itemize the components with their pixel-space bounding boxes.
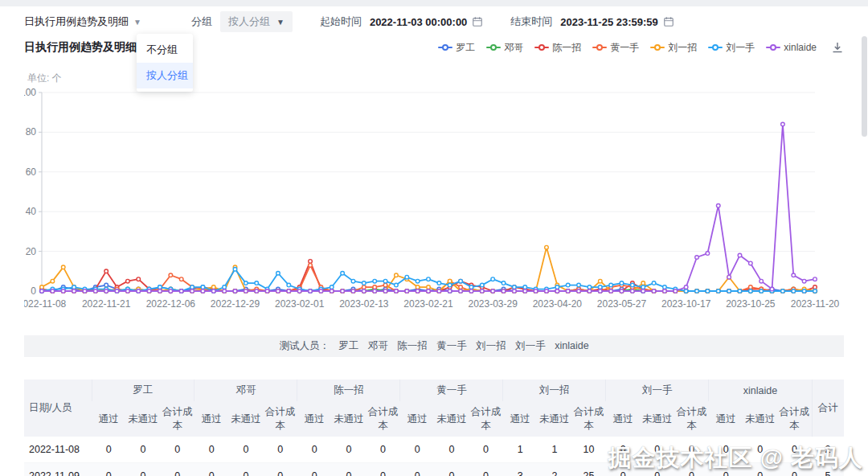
group-select-dropdown: 不分组 按人分组 (137, 34, 193, 92)
cell-value: 0 (674, 463, 709, 476)
trend-chart[interactable]: 0204060801002022-11-082022-11-212022-12-… (24, 82, 844, 317)
svg-text:2023-10-25: 2023-10-25 (726, 298, 776, 310)
svg-text:2023-05-27: 2023-05-27 (597, 298, 647, 310)
cell-value: 0 (743, 437, 777, 463)
detail-table-wrap: 日期/人员罗工邓哥陈一招黄一手刘一招刘一手xinlaide合计通过未通过合计成本… (24, 380, 844, 476)
legend-item-6[interactable]: 刘一手 (708, 41, 755, 55)
report-type-select[interactable]: 日执行用例趋势及明细 ▼ (24, 14, 141, 29)
col-header-person: xinlaide (709, 380, 812, 401)
tester-summary-label: 测试人员： (279, 339, 330, 353)
cell-value: 0 (160, 437, 194, 463)
legend-label: 刘一手 (726, 41, 755, 55)
cell-value: 0 (126, 463, 161, 476)
cell-value: 0 (92, 437, 126, 463)
cell-value: 0 (777, 437, 812, 463)
top-strip (0, 0, 868, 6)
legend-marker-icon (438, 44, 452, 51)
table-row: 2022-11-0900000000000032250000005 (24, 463, 844, 476)
detail-table-body: 2022-11-08000000000000111000000022022-11… (24, 437, 844, 476)
col-subheader: 未通过 (538, 401, 572, 437)
svg-text:80: 80 (26, 126, 37, 137)
cell-value: 0 (194, 463, 229, 476)
legend-item-1[interactable]: 罗工 (438, 41, 475, 55)
calendar-icon[interactable] (472, 16, 483, 27)
svg-text:2023-02-01: 2023-02-01 (275, 298, 325, 310)
group-select-value: 按人分组 (228, 14, 270, 29)
cell-total: 2 (812, 437, 844, 463)
col-subheader: 合计成本 (160, 401, 194, 437)
svg-text:2022-11-21: 2022-11-21 (82, 298, 131, 310)
col-header-total: 合计 (812, 380, 844, 437)
legend-label: 邓哥 (504, 41, 523, 55)
cell-value: 0 (469, 463, 503, 476)
cell-value: 0 (435, 463, 469, 476)
cell-value: 10 (571, 437, 606, 463)
legend-item-2[interactable]: 邓哥 (486, 41, 523, 55)
menu-item-no-group[interactable]: 不分组 (137, 37, 193, 63)
legend-marker-icon (534, 44, 549, 51)
end-time-label: 结束时间 (510, 14, 552, 29)
cell-value: 0 (263, 437, 297, 463)
cell-value: 0 (92, 463, 126, 476)
cell-value: 0 (709, 463, 743, 476)
cell-value: 0 (606, 437, 641, 463)
cell-value: 0 (606, 463, 641, 476)
calendar-icon[interactable] (663, 16, 674, 27)
svg-text:2023-11-20: 2023-11-20 (791, 298, 840, 310)
legend-marker-icon (766, 44, 780, 51)
menu-item-by-person[interactable]: 按人分组 (137, 63, 193, 88)
cell-value: 0 (469, 437, 503, 463)
cell-value: 0 (400, 463, 435, 476)
chart-title: 日执行用例趋势及明细 (24, 40, 137, 55)
legend-marker-icon (650, 44, 665, 51)
col-subheader: 合计成本 (366, 401, 400, 437)
legend-marker-icon (592, 44, 607, 51)
cell-value: 1 (503, 437, 538, 463)
svg-text:2023-03-29: 2023-03-29 (468, 298, 518, 310)
col-subheader: 未通过 (743, 401, 777, 437)
legend: 罗工邓哥陈一招黄一手刘一招刘一手xinlaide (438, 41, 817, 55)
controls-bar: 日执行用例趋势及明细 ▼ 分组 按人分组 ▼ 起始时间 2022-11-03 0… (24, 11, 674, 32)
legend-item-5[interactable]: 刘一招 (650, 41, 697, 55)
legend-item-7[interactable]: xinlaide (766, 42, 817, 53)
report-type-label: 日执行用例趋势及明细 (24, 14, 129, 29)
col-header-person: 黄一手 (400, 380, 503, 401)
download-icon[interactable] (831, 41, 844, 54)
cell-value: 0 (743, 463, 777, 476)
cell-value: 0 (641, 437, 675, 463)
cell-value: 0 (709, 437, 743, 463)
scrollbar-thumb[interactable] (862, 36, 867, 137)
cell-value: 0 (194, 437, 229, 463)
trend-chart-svg[interactable]: 0204060801002022-11-082022-11-212022-12-… (24, 82, 844, 317)
cell-value: 25 (571, 463, 606, 476)
cell-value: 0 (366, 463, 400, 476)
tester-summary-names: 罗工 邓哥 陈一招 黄一手 刘一招 刘一手 xinlaide (338, 339, 588, 353)
start-time-value[interactable]: 2022-11-03 00:00:00 (370, 16, 467, 28)
cell-value: 0 (674, 437, 709, 463)
cell-value: 0 (332, 437, 366, 463)
svg-text:40: 40 (26, 206, 37, 217)
col-header-person: 刘一招 (503, 380, 606, 401)
cell-value: 0 (229, 463, 264, 476)
legend-item-4[interactable]: 黄一手 (592, 41, 639, 55)
cell-value: 0 (366, 437, 400, 463)
col-header-date: 日期/人员 (24, 380, 92, 437)
col-subheader: 通过 (709, 401, 743, 437)
legend-item-3[interactable]: 陈一招 (534, 41, 581, 55)
group-select[interactable]: 按人分组 ▼ (220, 11, 293, 32)
detail-table-head: 日期/人员罗工邓哥陈一招黄一手刘一招刘一手xinlaide合计通过未通过合计成本… (24, 380, 844, 437)
col-subheader: 未通过 (332, 401, 366, 437)
legend-label: 罗工 (456, 41, 475, 55)
chevron-down-icon: ▼ (133, 18, 141, 27)
table-row: 2022-11-0800000000000011100000002 (24, 437, 844, 463)
cell-value: 0 (229, 437, 264, 463)
cell-value: 0 (435, 437, 469, 463)
col-header-person: 陈一招 (297, 380, 400, 401)
col-subheader: 未通过 (435, 401, 469, 437)
cell-value: 0 (641, 463, 675, 476)
svg-text:2023-02-21: 2023-02-21 (403, 298, 453, 310)
end-time-value[interactable]: 2023-11-25 23:59:59 (560, 16, 657, 28)
col-subheader: 未通过 (229, 401, 264, 437)
col-subheader: 通过 (606, 401, 641, 437)
legend-label: xinlaide (784, 42, 817, 53)
